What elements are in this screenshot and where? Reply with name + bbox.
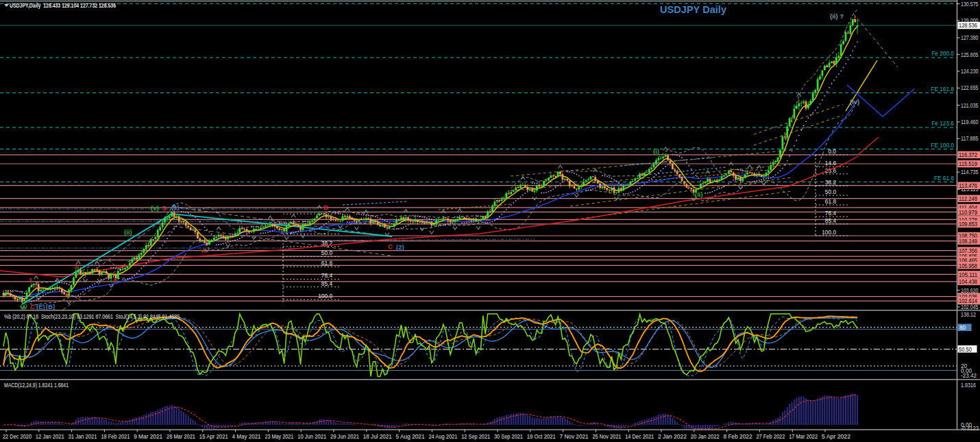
svg-text:128.536: 128.536: [959, 22, 977, 29]
svg-text:A: A: [201, 247, 206, 254]
svg-text:-23.42: -23.42: [961, 372, 977, 379]
svg-text:105.958: 105.958: [959, 262, 977, 269]
svg-text:FE 100.0: FE 100.0: [931, 142, 954, 149]
svg-text:0.0: 0.0: [828, 148, 836, 155]
svg-text:(2): (2): [396, 243, 404, 251]
svg-text:50.0: 50.0: [825, 188, 837, 195]
svg-text:127.380: 127.380: [961, 34, 979, 41]
svg-text:25 Nov 2021: 25 Nov 2021: [592, 434, 621, 440]
svg-text:(ii): (ii): [695, 191, 703, 198]
svg-text:%b (20,2) 87.18 Stoch(23,23,1: %b (20,2) 87.18 Stoch(23,23,10) 93.1291 …: [4, 313, 180, 320]
svg-text:102.614: 102.614: [959, 297, 977, 304]
svg-text:1: 1: [29, 276, 33, 284]
svg-text:105.111: 105.111: [959, 271, 977, 278]
svg-text:50.0: 50.0: [321, 249, 333, 256]
svg-text:24 Aug 2021: 24 Aug 2021: [428, 434, 457, 440]
svg-text:USDJPY Daily: USDJPY Daily: [660, 4, 726, 15]
svg-text:29 Jun 2021: 29 Jun 2021: [330, 434, 359, 440]
svg-text:-0.4123: -0.4123: [961, 425, 979, 432]
svg-text:114.735: 114.735: [961, 169, 979, 175]
svg-text:Fe 200.0: Fe 200.0: [931, 50, 954, 57]
svg-text:MACD(12,24,9) 1.8241 1.6841: MACD(12,24,9) 1.8241 1.6841: [4, 382, 69, 389]
svg-text:17 Mar 2022: 17 Mar 2022: [789, 434, 818, 440]
svg-text:119.460: 119.460: [961, 119, 979, 125]
svg-text:76.4: 76.4: [825, 210, 837, 217]
svg-text:FE 161.8: FE 161.8: [931, 86, 954, 93]
svg-text:50.50: 50.50: [959, 346, 972, 353]
svg-text:100.0: 100.0: [318, 293, 332, 299]
svg-text:38.2: 38.2: [825, 179, 837, 186]
svg-text:113.476: 113.476: [959, 182, 977, 189]
svg-text:9 Mar 2021: 9 Mar 2021: [134, 434, 162, 440]
svg-text:10 Jun 2021: 10 Jun 2021: [297, 434, 326, 440]
svg-text:2: 2: [66, 290, 69, 297]
svg-text:130.575: 130.575: [961, 1, 979, 8]
svg-text:(ii) ?: (ii) ?: [830, 12, 844, 20]
svg-text:5: 5: [162, 204, 167, 212]
svg-text:FE 61.8: FE 61.8: [934, 175, 954, 182]
svg-text:C: C: [30, 303, 35, 310]
svg-text:61.8: 61.8: [825, 198, 837, 205]
svg-text:Fe 123.6: Fe 123.6: [931, 120, 954, 127]
svg-text:8 Feb 2022: 8 Feb 2022: [724, 434, 752, 440]
svg-text:100.0: 100.0: [822, 229, 836, 236]
svg-text:(v): (v): [151, 204, 159, 212]
svg-text:A: A: [22, 304, 25, 309]
svg-text:19 Oct 2021: 19 Oct 2021: [527, 434, 556, 440]
svg-text:18 Jul 2021: 18 Jul 2021: [363, 434, 392, 440]
svg-text:115.519: 115.519: [959, 160, 977, 167]
svg-text:31 Jan 2021: 31 Jan 2021: [69, 434, 97, 440]
svg-text:124.230: 124.230: [961, 68, 979, 75]
svg-text:28 Mar 2021: 28 Mar 2021: [167, 434, 195, 440]
svg-text:5 Aug 2021: 5 Aug 2021: [396, 434, 425, 440]
svg-text:12 Sep 2021: 12 Sep 2021: [461, 434, 490, 440]
svg-text:76.4: 76.4: [321, 272, 333, 279]
svg-text:104.438: 104.438: [959, 278, 977, 285]
svg-text:125.805: 125.805: [961, 51, 979, 58]
svg-text:4 May 2021: 4 May 2021: [232, 434, 261, 440]
svg-text:C: C: [388, 243, 393, 250]
svg-text:2 Jan 2022: 2 Jan 2022: [658, 434, 687, 440]
svg-text:(i): (i): [653, 147, 659, 155]
svg-text:5 Apr 2022: 5 Apr 2022: [822, 434, 850, 440]
svg-text:20 Jan 2022: 20 Jan 2022: [691, 434, 720, 440]
svg-text:85.4: 85.4: [321, 280, 333, 287]
svg-text:B: B: [323, 204, 328, 211]
svg-text:112.248: 112.248: [959, 195, 977, 202]
svg-text:138.12: 138.12: [961, 311, 976, 318]
svg-text:18 Feb 2021: 18 Feb 2021: [101, 434, 130, 440]
svg-text:23 May 2021: 23 May 2021: [265, 434, 293, 440]
svg-text:80: 80: [959, 324, 966, 331]
svg-text:15 Apr 2021: 15 Apr 2021: [199, 434, 228, 440]
svg-text:1.9316: 1.9316: [961, 382, 976, 389]
svg-text:109.853: 109.853: [959, 221, 977, 228]
svg-text:30 Sep 2021: 30 Sep 2021: [494, 434, 523, 440]
svg-text:7 Nov 2021: 7 Nov 2021: [560, 434, 589, 440]
svg-text:3: 3: [74, 262, 77, 270]
svg-text:122.655: 122.655: [961, 84, 979, 91]
svg-text:108.249: 108.249: [959, 238, 977, 245]
svg-text:14.6: 14.6: [825, 160, 837, 167]
svg-text:4: 4: [113, 276, 117, 284]
svg-text:(iv): (iv): [850, 98, 859, 106]
svg-text:110.979: 110.979: [959, 209, 977, 216]
svg-text:(ii): (ii): [124, 228, 132, 236]
svg-text:121.035: 121.035: [961, 102, 979, 109]
svg-text:(1): (1): [171, 204, 180, 211]
svg-text:12 Jan 2021: 12 Jan 2021: [36, 434, 64, 440]
svg-text:61.8: 61.8: [321, 260, 333, 267]
svg-text:85.4: 85.4: [825, 217, 837, 224]
svg-text:14 Dec 2021: 14 Dec 2021: [625, 434, 654, 440]
svg-text:[B]: [B]: [46, 303, 55, 310]
svg-text:116.372: 116.372: [959, 151, 977, 158]
svg-text:USDJPY,Daily 128.433 129.104: USDJPY,Daily 128.433 129.104 127.732 128…: [10, 2, 116, 9]
svg-text:22 Dec 2020: 22 Dec 2020: [3, 434, 32, 440]
svg-text:27 Feb 2022: 27 Feb 2022: [756, 434, 785, 440]
svg-text:(E): (E): [36, 303, 45, 310]
svg-text:117.885: 117.885: [961, 135, 979, 142]
